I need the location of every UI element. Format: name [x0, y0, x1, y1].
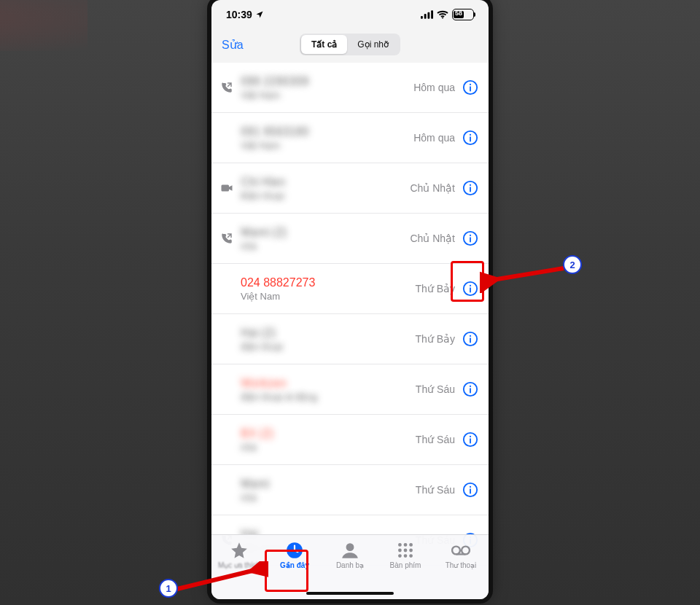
tab-contacts[interactable]: Danh bạ — [324, 541, 376, 599]
call-text: Chi HienĐiện thoại — [241, 175, 410, 202]
status-bar: 10:39 58 — [211, 0, 489, 29]
call-date: Hôm qua — [413, 82, 455, 93]
tab-favorites[interactable]: Mục ưa thích — [213, 541, 265, 599]
segment-all[interactable]: Tất cả — [301, 35, 347, 54]
call-text: Hai (2)điện thoại — [241, 326, 415, 353]
tab-bar: Mục ưa thích Gần đây Danh bạ Bàn phím Th… — [211, 534, 489, 599]
call-row[interactable]: Mami (2)nhàChủ Nhật — [211, 214, 489, 264]
arrow-2 — [480, 257, 567, 293]
info-button[interactable] — [462, 432, 478, 448]
call-text: 091 9563180Việt Nam — [241, 125, 413, 152]
info-button[interactable] — [462, 130, 478, 146]
call-row[interactable]: 098 2290309Việt NamHôm qua — [211, 63, 489, 113]
svg-point-13 — [470, 184, 471, 186]
call-row[interactable]: Workzenđiện thoại di độngThứ Sáu — [211, 364, 489, 415]
outgoing-call-icon — [220, 232, 233, 245]
caller-sub: điện thoại di động — [241, 391, 416, 403]
step-badge-1: 1 — [159, 579, 178, 598]
navbar: Sửa Tất cả Gọi nhỡ — [211, 29, 489, 63]
caller-sub: Việt Nam — [241, 90, 413, 101]
svg-point-25 — [470, 386, 471, 387]
tab-label: Gần đây — [280, 561, 309, 569]
svg-line-50 — [493, 268, 564, 280]
call-text: Mami (2)nhà — [241, 225, 410, 252]
svg-point-40 — [409, 543, 413, 547]
call-date: Thứ Bảy — [415, 283, 455, 294]
info-button[interactable] — [462, 281, 478, 297]
caller-sub: điện thoại — [241, 341, 415, 353]
svg-point-6 — [470, 84, 471, 85]
info-button[interactable] — [462, 482, 478, 498]
recents-list[interactable]: 098 2290309Việt NamHôm qua091 9563180Việ… — [211, 63, 489, 566]
info-button[interactable] — [462, 331, 478, 347]
info-button[interactable] — [462, 381, 478, 397]
caller-name: Mami — [241, 477, 416, 491]
wifi-icon — [437, 10, 448, 19]
info-button[interactable] — [462, 180, 478, 196]
svg-point-22 — [470, 335, 471, 337]
caller-name: 024 88827273 — [241, 276, 415, 289]
call-row[interactable]: Chi HienĐiện thoạiChủ Nhật — [211, 163, 489, 214]
info-button[interactable] — [462, 230, 478, 246]
call-row[interactable]: 091 9563180Việt NamHôm qua — [211, 113, 489, 163]
battery-icon: 58 — [452, 9, 474, 20]
filter-segment[interactable]: Tất cả Gọi nhỡ — [300, 34, 400, 55]
call-date: Hôm qua — [413, 132, 455, 144]
step-badge-2: 2 — [563, 255, 582, 274]
edit-button[interactable]: Sửa — [222, 38, 244, 52]
segment-missed[interactable]: Gọi nhỡ — [347, 35, 399, 54]
svg-point-38 — [398, 543, 402, 547]
svg-point-9 — [470, 134, 471, 136]
call-text: Workzenđiện thoại di động — [241, 376, 416, 403]
svg-rect-0 — [421, 16, 423, 19]
call-row[interactable]: 024 88827273Việt NamThứ Bảy — [211, 264, 489, 314]
voicemail-icon — [451, 541, 470, 560]
phone-frame: 10:39 58 Sửa Tất cả Gọi nhỡ 098 229 — [211, 0, 489, 599]
tab-keypad[interactable]: Bàn phím — [379, 541, 432, 599]
caller-name: 091 9563180 — [241, 125, 413, 138]
keypad-icon — [396, 541, 415, 560]
svg-point-42 — [404, 549, 408, 553]
tab-label: Bàn phím — [390, 561, 421, 569]
tutorial-stage: 10:39 58 Sửa Tất cả Gọi nhỡ 098 229 — [0, 0, 700, 605]
caller-sub: nhà — [241, 442, 416, 453]
call-date: Thứ Sáu — [416, 434, 455, 445]
tab-label: Mục ưa thích — [218, 561, 260, 569]
svg-rect-2 — [427, 12, 429, 19]
svg-point-37 — [346, 543, 354, 551]
call-date: Chủ Nhật — [410, 233, 455, 244]
caller-name: Mami (2) — [241, 225, 410, 239]
info-button[interactable] — [462, 79, 478, 95]
svg-point-28 — [470, 436, 471, 437]
svg-point-31 — [470, 486, 471, 488]
caller-sub: Việt Nam — [241, 291, 415, 302]
tab-voicemail[interactable]: Thư thoại — [435, 541, 487, 599]
caller-sub: nhà — [241, 241, 410, 252]
call-row[interactable]: BX (2)nhàThứ Sáu — [211, 415, 489, 465]
battery-text: 58 — [455, 9, 462, 17]
svg-point-16 — [470, 235, 471, 236]
tab-recents[interactable]: Gần đây — [268, 541, 321, 599]
video-call-icon — [220, 182, 233, 195]
svg-point-41 — [398, 549, 402, 553]
location-icon — [255, 10, 264, 19]
outgoing-call-icon — [220, 81, 233, 94]
call-row[interactable]: MaminhàThứ Sáu — [211, 465, 489, 515]
svg-point-44 — [398, 554, 402, 558]
call-date: Thứ Sáu — [416, 484, 455, 496]
call-text: 024 88827273Việt Nam — [241, 276, 415, 302]
svg-point-47 — [452, 547, 460, 555]
time-text: 10:39 — [226, 9, 252, 20]
svg-rect-1 — [424, 14, 427, 19]
svg-point-46 — [409, 554, 413, 558]
call-text: Maminhà — [241, 477, 416, 504]
caller-sub: Điện thoại — [241, 190, 410, 202]
tab-label: Danh bạ — [336, 561, 364, 569]
caller-sub: Việt Nam — [241, 140, 413, 152]
call-row[interactable]: Hai (2)điện thoạiThứ Bảy — [211, 314, 489, 364]
svg-point-48 — [462, 547, 470, 555]
tab-label: Thư thoại — [446, 561, 477, 569]
home-indicator[interactable] — [306, 592, 394, 595]
svg-point-19 — [470, 285, 471, 286]
clock-icon — [285, 541, 304, 560]
